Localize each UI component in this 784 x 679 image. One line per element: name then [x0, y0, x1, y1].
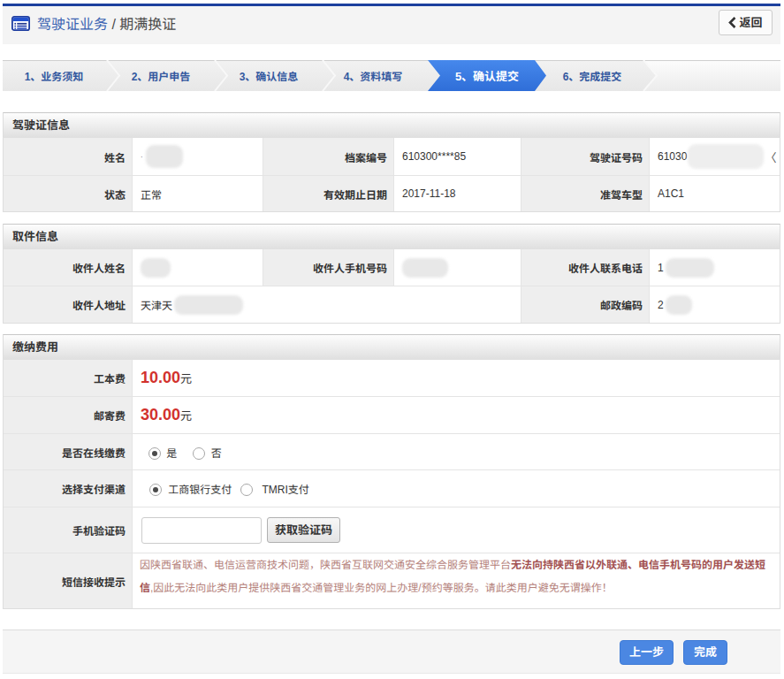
svg-text:6、完成提交: 6、完成提交 — [563, 71, 622, 83]
svg-text:4、资料填写: 4、资料填写 — [344, 71, 403, 83]
svg-text:2、用户申告: 2、用户申告 — [132, 71, 191, 83]
svg-text:1、业务须知: 1、业务须知 — [25, 71, 84, 83]
svg-text:5、确认提交: 5、确认提交 — [455, 70, 519, 83]
svg-text:3、确认信息: 3、确认信息 — [240, 71, 299, 83]
